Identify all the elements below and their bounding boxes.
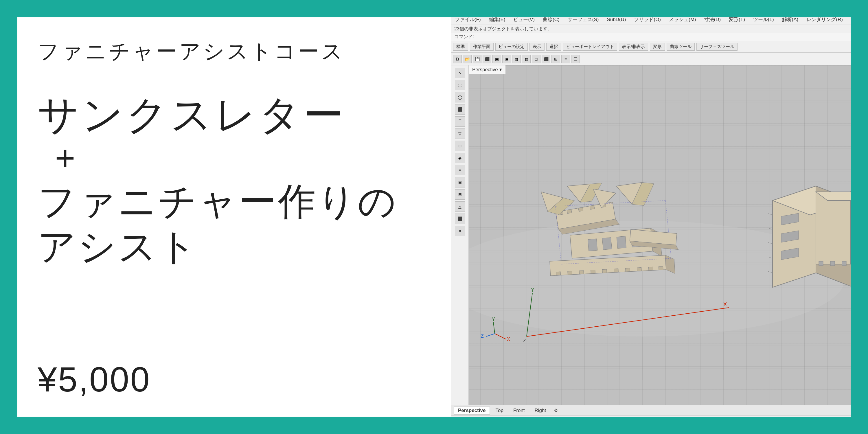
svg-text:X: X <box>723 302 727 307</box>
left-panel: ファニチャーアシストコース サンクスレター + ファニチャー作りのアシスト ¥5… <box>0 0 452 434</box>
border-bottom <box>0 416 868 434</box>
svg-rect-74 <box>819 261 823 266</box>
left-tool-3[interactable]: ⬛ <box>455 104 465 115</box>
left-tool-10[interactable]: ⊟ <box>455 189 465 199</box>
left-tool-1[interactable]: ⬚ <box>455 80 465 90</box>
icon-open[interactable]: 📂 <box>463 55 472 63</box>
icon-new[interactable]: 🗋 <box>453 55 462 63</box>
left-tool-12[interactable]: ⬛ <box>455 214 465 224</box>
svg-rect-40 <box>637 267 642 271</box>
rhino-left-toolbar: ↖ ⬚ ◯ ⬛ ⌒ ▽ ⊙ ◈ ✦ ⊞ ⊟ △ ⬛ ⌗ <box>452 65 469 405</box>
border-left <box>0 0 18 434</box>
icon-9[interactable]: ◻ <box>532 55 540 63</box>
line1-text: サンクスレター <box>38 93 428 137</box>
icon-5[interactable]: ▣ <box>492 55 501 63</box>
tab-surface-tools[interactable]: サーフェスツール <box>696 43 738 51</box>
right-panel: ファニチャー 仮 (2 MB) - Rhino 7 教育版 - [Perspec… <box>452 0 868 434</box>
main-text-area: サンクスレター + ファニチャー作りのアシスト <box>38 93 428 269</box>
svg-text:Z: Z <box>523 338 526 343</box>
svg-rect-75 <box>830 261 835 266</box>
tab-display[interactable]: 表示 <box>529 43 545 51</box>
svg-rect-38 <box>614 269 619 273</box>
border-right <box>850 0 868 434</box>
svg-rect-20 <box>588 239 597 251</box>
icon-11[interactable]: ⊞ <box>552 55 560 63</box>
icon-12[interactable]: ≡ <box>561 55 570 63</box>
svg-rect-41 <box>649 267 653 271</box>
furniture-svg: X Y Z <box>469 65 868 405</box>
viewport-label: Perspective ▾ <box>469 65 505 74</box>
svg-rect-22 <box>617 236 626 248</box>
svg-rect-76 <box>842 261 846 266</box>
svg-rect-37 <box>602 269 607 273</box>
rhino-icontoolbar: 🗋 📂 💾 ⬛ ▣ ▣ ▦ ▦ ◻ ⬛ ⊞ ≡ ☰ <box>452 53 868 65</box>
left-tool-5[interactable]: ▽ <box>455 128 465 139</box>
viewport-tab-front[interactable]: Front <box>509 406 529 414</box>
icon-save[interactable]: 💾 <box>473 55 482 63</box>
icon-8[interactable]: ▦ <box>522 55 531 63</box>
icon-10[interactable]: ⬛ <box>541 55 550 63</box>
icon-4[interactable]: ⬛ <box>483 55 491 63</box>
svg-rect-34 <box>568 271 572 275</box>
svg-text:Z: Z <box>481 334 484 339</box>
price-text: ¥5,000 <box>38 359 151 399</box>
svg-marker-71 <box>816 192 850 264</box>
left-tool-11[interactable]: △ <box>455 202 465 212</box>
main-container: ファニチャーアシストコース サンクスレター + ファニチャー作りのアシスト ¥5… <box>0 0 868 434</box>
left-tool-8[interactable]: ✦ <box>455 165 465 175</box>
tab-curve-tools[interactable]: 曲線ツール <box>666 43 695 51</box>
tab-standard[interactable]: 標準 <box>453 43 468 51</box>
svg-text:Y: Y <box>492 317 495 322</box>
rhino-statusbar: 23個の非表示オブジェクトを表示しています。 <box>452 25 868 33</box>
svg-rect-42 <box>658 267 663 270</box>
tab-select[interactable]: 選択 <box>546 43 561 51</box>
plus-sign: + <box>55 137 428 179</box>
svg-text:Y: Y <box>531 287 534 293</box>
svg-rect-35 <box>579 271 584 274</box>
tab-transform[interactable]: 変形 <box>650 43 665 51</box>
border-top <box>0 0 868 18</box>
icon-7[interactable]: ▦ <box>512 55 521 63</box>
command-label: コマンド: <box>454 34 474 40</box>
rhino-commandbar[interactable]: コマンド: <box>452 33 868 41</box>
tab-view-settings[interactable]: ビューの設定 <box>495 43 528 51</box>
svg-rect-39 <box>625 268 630 272</box>
rhino-viewport-tabs[interactable]: Perspective Top Front Right ⚙ <box>452 405 868 416</box>
svg-rect-21 <box>602 238 612 250</box>
left-tool-6[interactable]: ⊙ <box>455 141 465 151</box>
left-tool-7[interactable]: ◈ <box>455 153 465 163</box>
icon-13[interactable]: ☰ <box>571 55 580 63</box>
svg-rect-12 <box>590 206 595 210</box>
viewport-tab-right[interactable]: Right <box>530 406 551 414</box>
tab-show-hide[interactable]: 表示/非表示 <box>619 43 648 51</box>
course-title: ファニチャーアシストコース <box>38 38 345 65</box>
viewport-tab-perspective[interactable]: Perspective <box>454 406 490 414</box>
viewport-tab-settings-icon[interactable]: ⚙ <box>554 408 558 413</box>
viewport-tab-top[interactable]: Top <box>491 406 507 414</box>
left-tool-2[interactable]: ◯ <box>455 92 465 102</box>
left-tool-13[interactable]: ⌗ <box>455 226 465 236</box>
icon-6[interactable]: ▣ <box>502 55 511 63</box>
tab-workplane[interactable]: 作業平面 <box>470 43 494 51</box>
svg-rect-11 <box>578 208 583 212</box>
left-tool-cursor[interactable]: ↖ <box>455 68 465 78</box>
line2-text: ファニチャー作りのアシスト <box>38 179 428 269</box>
svg-rect-36 <box>591 270 595 274</box>
left-tool-9[interactable]: ⊞ <box>455 177 465 187</box>
svg-rect-10 <box>567 209 572 213</box>
status-text: 23個の非表示オブジェクトを表示しています。 <box>454 26 552 32</box>
rhino-toolbar[interactable]: 標準 作業平面 ビューの設定 表示 選択 ビューポートレイアウト 表示/非表示 … <box>452 41 868 53</box>
rhino-viewport[interactable]: Perspective ▾ X Y <box>469 65 868 405</box>
svg-rect-33 <box>556 272 561 275</box>
svg-text:X: X <box>507 337 510 342</box>
left-tool-4[interactable]: ⌒ <box>455 116 465 127</box>
tab-viewport-layout[interactable]: ビューポートレイアウト <box>563 43 617 51</box>
